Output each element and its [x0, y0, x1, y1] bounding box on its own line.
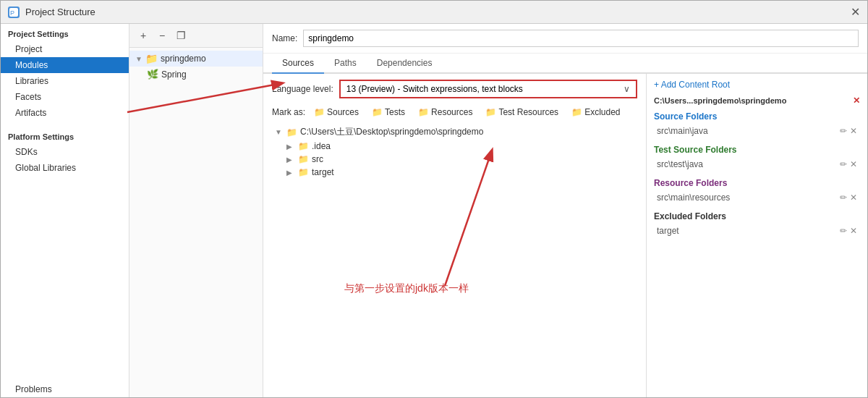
- name-label: Name:: [272, 33, 297, 43]
- close-root-button[interactable]: ✕: [853, 96, 860, 106]
- file-tree: ▼ 📁 C:\Users\土豆\Desktop\springdemo\sprin…: [272, 124, 637, 179]
- delete-excluded-icon[interactable]: ✕: [850, 226, 857, 236]
- tab-paths[interactable]: Paths: [324, 54, 367, 74]
- sidebar-item-problems[interactable]: Problems: [1, 381, 129, 397]
- test-source-folders-title: Test Source Folders: [654, 145, 860, 155]
- sidebar-item-modules[interactable]: Modules: [1, 57, 129, 73]
- idea-label: .idea: [312, 141, 331, 151]
- target-folder-icon: 📁: [298, 167, 309, 177]
- delete-resource-icon[interactable]: ✕: [850, 192, 857, 203]
- language-level-row: Language level: 13 (Preview) - Switch ex…: [272, 80, 637, 98]
- mark-as-label: Mark as:: [272, 107, 305, 117]
- delete-test-icon[interactable]: ✕: [850, 159, 857, 169]
- sidebar-item-global-libraries[interactable]: Global Libraries: [1, 160, 129, 176]
- chevron-down-icon: ∨: [624, 84, 630, 94]
- language-level-value: 13 (Preview) - Switch expressions, text …: [346, 84, 523, 94]
- resource-folder-name: src\main\resources: [657, 192, 730, 203]
- mark-tests-button[interactable]: 📁 Tests: [367, 106, 409, 119]
- chevron-down-icon: ▼: [275, 128, 284, 136]
- excluded-folders-section: Excluded Folders target ✏ ✕: [654, 211, 860, 237]
- name-input[interactable]: [303, 30, 859, 47]
- add-module-button[interactable]: +: [135, 27, 151, 43]
- sidebar-item-facets[interactable]: Facets: [1, 89, 129, 105]
- test-source-folders-section: Test Source Folders src\test\java ✏ ✕: [654, 145, 860, 171]
- root-path-short: C:\Users...springdemo\springdemo: [654, 96, 786, 105]
- tab-dependencies[interactable]: Dependencies: [367, 54, 443, 74]
- sidebar-item-libraries[interactable]: Libraries: [1, 73, 129, 89]
- chevron-right-icon: ▶: [286, 156, 295, 164]
- sidebar-item-project[interactable]: Project: [1, 41, 129, 57]
- language-level-label: Language level:: [272, 84, 333, 94]
- sidebar-item-artifacts[interactable]: Artifacts: [1, 105, 129, 121]
- excluded-folder-name: target: [657, 226, 679, 236]
- root-path-label: C:\Users\土豆\Desktop\springdemo\springdem…: [300, 126, 483, 138]
- mark-test-resources-button[interactable]: 📁 Test Resources: [481, 106, 563, 119]
- name-row: Name:: [263, 24, 867, 54]
- module-toolbar: + − ❐: [129, 24, 263, 48]
- resources-folder-icon: 📁: [418, 107, 429, 117]
- platform-settings-title: Platform Settings: [1, 127, 129, 144]
- test-resources-folder-icon: 📁: [485, 107, 496, 117]
- content-root-path: C:\Users...springdemo\springdemo ✕: [654, 96, 860, 106]
- mark-excluded-button[interactable]: 📁 Excluded: [567, 106, 624, 119]
- add-content-root-button[interactable]: + Add Content Root: [654, 80, 860, 90]
- target-label: target: [312, 167, 334, 177]
- edit-excluded-icon[interactable]: ✏: [840, 226, 847, 236]
- tabs-row: Sources Paths Dependencies: [263, 54, 867, 74]
- svg-text:P: P: [10, 9, 14, 17]
- chevron-down-icon: ▼: [135, 55, 142, 63]
- src-label: src: [312, 154, 323, 164]
- file-target[interactable]: ▶ 📁 target: [272, 166, 637, 179]
- project-settings-title: Project Settings: [1, 24, 129, 41]
- folder-icon: 📁: [145, 53, 158, 64]
- module-tree: ▼ 📁 springdemo 🌿 Spring: [129, 48, 263, 397]
- tree-item-springdemo[interactable]: ▼ 📁 springdemo: [129, 51, 263, 67]
- chinese-annotation: 与第一步设置的jdk版本一样: [344, 282, 469, 295]
- window-title: Project Structure: [25, 7, 95, 17]
- language-level-select[interactable]: 13 (Preview) - Switch expressions, text …: [339, 80, 637, 98]
- sidebar-item-sdks[interactable]: SDKs: [1, 144, 129, 160]
- tree-item-spring-label: Spring: [161, 69, 187, 80]
- mark-as-row: Mark as: 📁 Sources 📁 Tests 📁: [272, 106, 637, 119]
- spring-icon: 🌿: [147, 69, 158, 80]
- close-button[interactable]: ✕: [851, 7, 860, 18]
- edit-test-icon[interactable]: ✏: [840, 159, 847, 169]
- resource-folders-section: Resource Folders src\main\resources ✏ ✕: [654, 178, 860, 204]
- copy-module-button[interactable]: ❐: [173, 27, 189, 43]
- tests-folder-icon: 📁: [372, 107, 383, 117]
- source-folders-section: Source Folders src\main\java ✏ ✕: [654, 111, 860, 137]
- test-source-folder-entry: src\test\java ✏ ✕: [654, 158, 860, 171]
- tree-item-spring[interactable]: 🌿 Spring: [129, 67, 263, 82]
- edit-resource-icon[interactable]: ✏: [840, 192, 847, 203]
- tab-sources[interactable]: Sources: [272, 54, 324, 74]
- chevron-right-icon: ▶: [286, 169, 295, 177]
- root-folder-icon: 📁: [286, 127, 297, 137]
- source-folder-name: src\main\java: [657, 126, 708, 136]
- resource-folder-entry: src\main\resources ✏ ✕: [654, 191, 860, 204]
- delete-source-icon[interactable]: ✕: [850, 126, 857, 136]
- file-idea[interactable]: ▶ 📁 .idea: [272, 140, 637, 153]
- right-panel: + Add Content Root C:\Users...springdemo…: [647, 74, 867, 397]
- mark-sources-button[interactable]: 📁 Sources: [310, 106, 363, 119]
- excluded-folder-entry: target ✏ ✕: [654, 224, 860, 237]
- mark-resources-button[interactable]: 📁 Resources: [414, 106, 477, 119]
- source-folders-title: Source Folders: [654, 111, 860, 122]
- file-tree-root[interactable]: ▼ 📁 C:\Users\土豆\Desktop\springdemo\sprin…: [272, 124, 637, 140]
- source-folder-entry: src\main\java ✏ ✕: [654, 124, 860, 137]
- file-src[interactable]: ▶ 📁 src: [272, 153, 637, 166]
- edit-source-icon[interactable]: ✏: [840, 126, 847, 136]
- idea-folder-icon: 📁: [298, 141, 309, 151]
- excluded-folder-icon: 📁: [571, 107, 582, 117]
- remove-module-button[interactable]: −: [154, 27, 170, 43]
- sources-folder-icon: 📁: [314, 107, 325, 117]
- src-folder-icon: 📁: [298, 154, 309, 164]
- excluded-folders-title: Excluded Folders: [654, 211, 860, 221]
- tree-item-label: springdemo: [161, 54, 206, 64]
- chevron-right-icon: ▶: [286, 143, 295, 151]
- test-source-folder-name: src\test\java: [657, 159, 703, 169]
- app-icon: P: [8, 7, 20, 18]
- resource-folders-title: Resource Folders: [654, 178, 860, 188]
